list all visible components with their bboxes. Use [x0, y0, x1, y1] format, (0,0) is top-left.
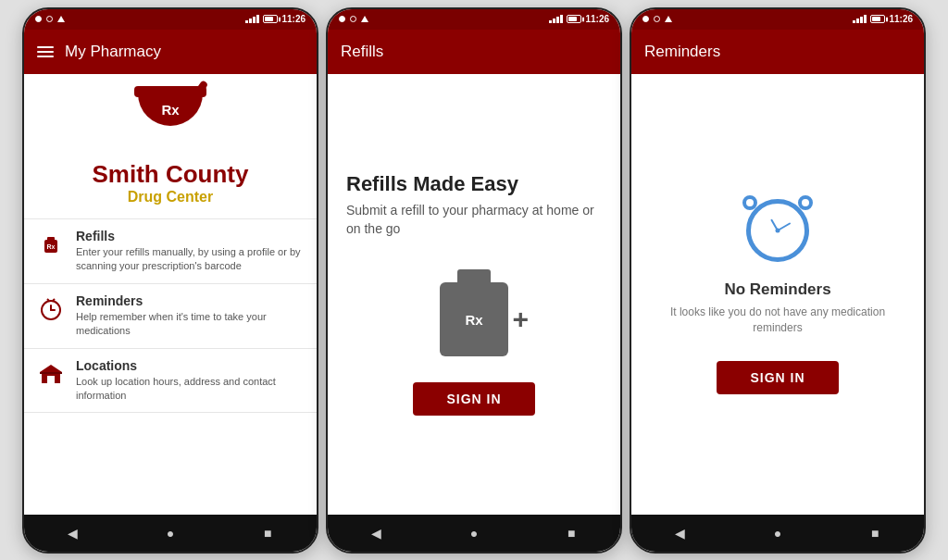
status-bar-3: 11:26 — [631, 9, 924, 30]
hamburger-line-2 — [37, 51, 54, 53]
alarm-clock-icon — [741, 193, 815, 268]
screen-content-1: Rx Smith County Drug Center Rx Refills — [24, 74, 317, 515]
status-bar-right-2: 11:26 — [549, 14, 609, 24]
signal-bar-3 — [253, 17, 256, 23]
clock-center-dot — [776, 228, 780, 232]
svg-text:Rx: Rx — [47, 243, 56, 250]
menu-item-locations[interactable]: Locations Look up location hours, addres… — [24, 348, 317, 414]
time-1: 11:26 — [281, 14, 306, 24]
pharmacy-name: Smith County — [93, 161, 249, 188]
battery-fill-3 — [872, 17, 879, 21]
svg-rect-9 — [47, 376, 55, 383]
back-button-2[interactable]: ◀ — [366, 522, 388, 544]
menu-item-desc-reminders: Help remember when it's time to take you… — [76, 310, 304, 339]
battery-icon-2 — [567, 15, 581, 23]
menu-text-locations: Locations Look up location hours, addres… — [76, 358, 304, 404]
signal-bar-8 — [560, 15, 563, 23]
mortar-bowl-icon: Rx — [138, 91, 203, 126]
status-bar-right-1: 11:26 — [245, 14, 306, 24]
status-dot-2 — [46, 16, 53, 22]
menu-item-desc-locations: Look up location hours, address and cont… — [76, 375, 304, 404]
bottle-plus-icon: + — [512, 304, 529, 335]
menu-item-title-reminders: Reminders — [76, 293, 304, 308]
back-button-3[interactable]: ◀ — [669, 522, 692, 544]
refills-header: Refills — [328, 30, 620, 74]
signal-bar-4 — [256, 15, 259, 23]
menu-item-reminders[interactable]: Reminders Help remember when it's time t… — [24, 283, 317, 348]
sign-in-button-2[interactable]: SIGN IN — [413, 382, 534, 416]
reminders-icon-wrap — [37, 295, 65, 323]
play-icon-1 — [57, 16, 65, 22]
signal-bars-3 — [853, 15, 867, 23]
signal-bar-11 — [860, 17, 863, 23]
menu-item-refills[interactable]: Rx Refills Enter your refills manually, … — [24, 218, 317, 283]
time-3: 11:26 — [889, 14, 913, 24]
status-bar-1: 11:26 — [24, 9, 317, 30]
signal-bar-5 — [549, 20, 552, 23]
signal-bar-9 — [853, 20, 855, 23]
status-dot-6 — [654, 16, 660, 22]
header-title-1: My Pharmacy — [65, 43, 161, 61]
status-bar-left-3 — [642, 16, 672, 22]
bottle-cap-icon — [457, 269, 491, 282]
time-2: 11:26 — [585, 14, 609, 24]
phone-3: 11:26 Reminders No Reminders It looks li… — [630, 7, 926, 554]
rx-bottle-icon: Rx + — [440, 269, 508, 356]
menu-text-refills: Refills Enter your refills manually, by … — [76, 229, 304, 274]
recent-button-2[interactable]: ■ — [560, 522, 582, 544]
refills-subtext: Submit a refill to your pharmacy at home… — [346, 202, 602, 238]
hamburger-line-3 — [37, 56, 54, 57]
hamburger-menu[interactable] — [37, 46, 54, 57]
signal-bar-12 — [864, 15, 867, 23]
recent-button-1[interactable]: ■ — [256, 522, 279, 544]
battery-fill-2 — [568, 17, 576, 21]
menu-list: Rx Refills Enter your refills manually, … — [24, 215, 317, 514]
signal-bar-10 — [856, 19, 859, 23]
bottle-body-icon: Rx + — [440, 282, 508, 356]
status-bar-left-2 — [339, 16, 368, 22]
phone-2: 11:26 Refills Refills Made Easy Submit a… — [326, 7, 622, 554]
menu-item-title-refills: Refills — [76, 229, 304, 243]
status-dot-5 — [642, 16, 649, 22]
battery-icon-1 — [263, 15, 278, 23]
refills-content: Refills Made Easy Submit a refill to you… — [328, 74, 620, 515]
status-dot-4 — [350, 16, 356, 22]
phone-1: 11:26 My Pharmacy Rx Smith County Drug C… — [22, 7, 318, 554]
status-bar-2: 11:26 — [328, 9, 620, 30]
app-header-1: My Pharmacy — [24, 30, 317, 74]
status-bar-right-3: 11:26 — [853, 14, 913, 24]
sign-in-button-3[interactable]: SIGN IN — [717, 361, 838, 394]
alarm-bell-right — [798, 195, 813, 210]
menu-item-desc-refills: Enter your refills manually, by using a … — [76, 245, 304, 274]
clock-icon — [39, 297, 63, 321]
menu-item-title-locations: Locations — [76, 358, 304, 373]
battery-icon-3 — [870, 15, 885, 23]
reminders-header: Reminders — [631, 30, 924, 74]
home-button-3[interactable]: ● — [767, 522, 789, 544]
no-reminders-title: No Reminders — [724, 280, 830, 299]
rx-mortar-icon: Rx — [133, 91, 207, 156]
alarm-clock-face — [746, 199, 809, 262]
signal-bar-1 — [245, 20, 248, 23]
recent-button-3[interactable]: ■ — [864, 522, 886, 544]
menu-text-reminders: Reminders Help remember when it's time t… — [76, 293, 304, 339]
battery-fill-1 — [265, 17, 272, 21]
signal-bar-6 — [553, 19, 555, 23]
home-button-1[interactable]: ● — [159, 522, 181, 544]
svg-marker-10 — [40, 365, 62, 372]
signal-bar-2 — [249, 19, 252, 23]
svg-line-6 — [47, 299, 49, 301]
signal-bar-7 — [556, 17, 559, 23]
alarm-clock-inner — [760, 213, 795, 248]
reminders-content: No Reminders It looks like you do not ha… — [631, 74, 924, 515]
pharmacy-logo-area: Rx Smith County Drug Center — [24, 74, 317, 216]
bottom-nav-1: ◀ ● ■ — [24, 515, 317, 552]
status-bar-left-1 — [35, 16, 65, 22]
home-button-2[interactable]: ● — [463, 522, 485, 544]
back-button-1[interactable]: ◀ — [62, 522, 84, 544]
status-dot-1 — [35, 16, 42, 22]
svg-line-7 — [53, 299, 55, 301]
rx-icon: Rx — [40, 233, 62, 255]
play-icon-2 — [361, 16, 368, 22]
svg-rect-1 — [47, 237, 55, 242]
